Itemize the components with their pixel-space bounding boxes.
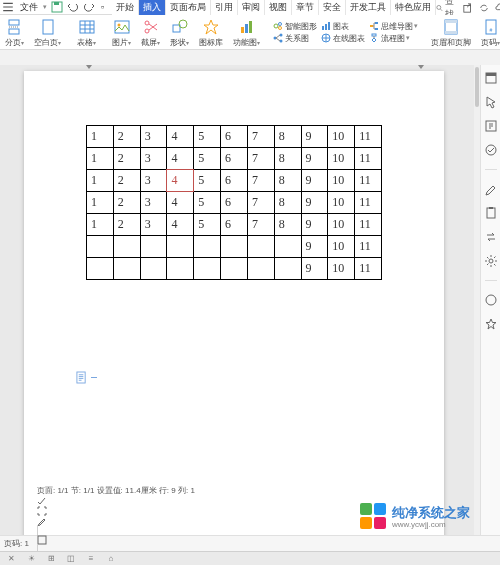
table-cell[interactable]: 6 xyxy=(221,148,248,170)
undo-icon[interactable] xyxy=(67,1,79,13)
table-cell[interactable]: 10 xyxy=(328,148,355,170)
table-cell[interactable]: 2 xyxy=(113,192,140,214)
sidetool-circle-icon[interactable] xyxy=(484,293,498,307)
table-cell[interactable]: 8 xyxy=(274,192,301,214)
table-cell[interactable] xyxy=(221,258,248,280)
table-cell[interactable]: 9 xyxy=(301,236,328,258)
table-cell[interactable]: 7 xyxy=(247,192,274,214)
sidetool-settings-icon[interactable] xyxy=(484,254,498,268)
ribbon-funcchart[interactable]: 功能图▾ xyxy=(230,16,263,48)
table-cell[interactable]: 1 xyxy=(87,148,114,170)
tab-devtools[interactable]: 开发工具 xyxy=(346,0,391,15)
table-cell[interactable]: 11 xyxy=(355,192,382,214)
table-cell[interactable]: 4 xyxy=(167,192,194,214)
table-cell[interactable] xyxy=(140,258,167,280)
table-cell[interactable] xyxy=(221,236,248,258)
table-cell[interactable]: 5 xyxy=(194,126,221,148)
table-cell[interactable]: 2 xyxy=(113,170,140,192)
sidetool-highlight-icon[interactable] xyxy=(484,182,498,196)
ribbon-iconlib[interactable]: 图标库 xyxy=(196,16,226,48)
table-cell[interactable]: 5 xyxy=(194,192,221,214)
more-menu[interactable]: ▫ xyxy=(99,2,106,12)
table-cell[interactable]: 8 xyxy=(274,214,301,236)
save-icon[interactable] xyxy=(51,1,63,13)
tab-features[interactable]: 特色应用 xyxy=(391,0,436,15)
table-cell[interactable]: 11 xyxy=(355,258,382,280)
taskbar-bars-icon[interactable]: ≡ xyxy=(86,554,96,564)
table-cell[interactable]: 3 xyxy=(140,148,167,170)
table-cell[interactable] xyxy=(247,236,274,258)
table-cell[interactable]: 10 xyxy=(328,236,355,258)
taskbar-x-icon[interactable]: ✕ xyxy=(6,554,16,564)
table-cell[interactable]: 2 xyxy=(113,148,140,170)
table-cell[interactable]: 11 xyxy=(355,236,382,258)
table-cell[interactable]: 9 xyxy=(301,258,328,280)
table-cell[interactable]: 10 xyxy=(328,170,355,192)
sidetool-style-icon[interactable] xyxy=(484,119,498,133)
table-cell[interactable]: 7 xyxy=(247,214,274,236)
table-cell[interactable]: 9 xyxy=(301,170,328,192)
sidetool-properties-icon[interactable] xyxy=(484,71,498,85)
tab-review[interactable]: 审阅 xyxy=(238,0,265,15)
table-cell[interactable]: 1 xyxy=(87,126,114,148)
tab-reference[interactable]: 引用 xyxy=(211,0,238,15)
table-cell[interactable] xyxy=(274,236,301,258)
tab-view[interactable]: 视图 xyxy=(265,0,292,15)
table-cell[interactable]: 9 xyxy=(301,214,328,236)
table-cell[interactable] xyxy=(167,258,194,280)
table-cell[interactable]: 3 xyxy=(140,126,167,148)
table-cell[interactable]: 5 xyxy=(194,170,221,192)
table-cell[interactable]: 3 xyxy=(140,214,167,236)
table-cell[interactable]: 10 xyxy=(328,258,355,280)
table-cell[interactable]: 8 xyxy=(274,170,301,192)
sidetool-limit-icon[interactable] xyxy=(484,143,498,157)
tab-security[interactable]: 安全 xyxy=(319,0,346,15)
ribbon-flowchart[interactable]: 流程图▾ xyxy=(369,33,418,44)
ribbon-headerfooter[interactable]: 页眉和页脚 xyxy=(428,16,474,48)
tab-pagelayout[interactable]: 页面布局 xyxy=(166,0,211,15)
table-cell[interactable]: 7 xyxy=(247,126,274,148)
ribbon-shapes[interactable]: 形状▾ xyxy=(167,16,192,48)
cloud-icon[interactable] xyxy=(495,3,500,13)
ribbon-picture[interactable]: 图片▾ xyxy=(109,16,134,48)
table-cell[interactable]: 6 xyxy=(221,214,248,236)
ribbon-pagebreak[interactable]: 分页▾ xyxy=(2,16,27,48)
sidetool-swap-icon[interactable] xyxy=(484,230,498,244)
status-view-page-icon[interactable] xyxy=(37,525,195,555)
table-cell[interactable]: 4 xyxy=(167,170,194,192)
table-cell[interactable]: 11 xyxy=(355,148,382,170)
table-cell[interactable]: 1 xyxy=(87,192,114,214)
table-cell[interactable]: 6 xyxy=(221,192,248,214)
table-cell[interactable] xyxy=(274,258,301,280)
sidetool-select-icon[interactable] xyxy=(484,95,498,109)
table-cell[interactable] xyxy=(140,236,167,258)
ribbon-mindmap[interactable]: 思维导图▾ xyxy=(369,21,418,32)
status-fullscreen-icon[interactable] xyxy=(37,506,195,516)
sidetool-clipboard-icon[interactable] xyxy=(484,206,498,220)
table-cell[interactable] xyxy=(194,236,221,258)
table-cell[interactable]: 4 xyxy=(167,214,194,236)
table-cell[interactable]: 10 xyxy=(328,214,355,236)
table-cell[interactable] xyxy=(87,236,114,258)
table-cell[interactable]: 11 xyxy=(355,214,382,236)
table-cell[interactable]: 5 xyxy=(194,148,221,170)
ribbon-table[interactable]: 表格▾ xyxy=(74,16,99,48)
table-cell[interactable]: 1 xyxy=(87,214,114,236)
table-cell[interactable]: 6 xyxy=(221,170,248,192)
tab-start[interactable]: 开始 xyxy=(112,0,139,15)
ribbon-onlinechart[interactable]: 在线图表 xyxy=(321,33,365,44)
table-cell[interactable]: 11 xyxy=(355,170,382,192)
table-cell[interactable] xyxy=(87,258,114,280)
table-cell[interactable]: 5 xyxy=(194,214,221,236)
tab-section[interactable]: 章节 xyxy=(292,0,319,15)
table-cell[interactable] xyxy=(113,258,140,280)
table-cell[interactable]: 9 xyxy=(301,148,328,170)
taskbar-grid-icon[interactable]: ⊞ xyxy=(46,554,56,564)
table-cell[interactable] xyxy=(247,258,274,280)
table-cell[interactable]: 9 xyxy=(301,126,328,148)
ribbon-pagenumber[interactable]: # 页码▾ xyxy=(478,16,500,48)
taskbar-sun-icon[interactable]: ☀ xyxy=(26,554,36,564)
sidetool-star-icon[interactable] xyxy=(484,317,498,331)
file-menu[interactable]: 文件 xyxy=(18,1,40,14)
table-cell[interactable]: 10 xyxy=(328,126,355,148)
